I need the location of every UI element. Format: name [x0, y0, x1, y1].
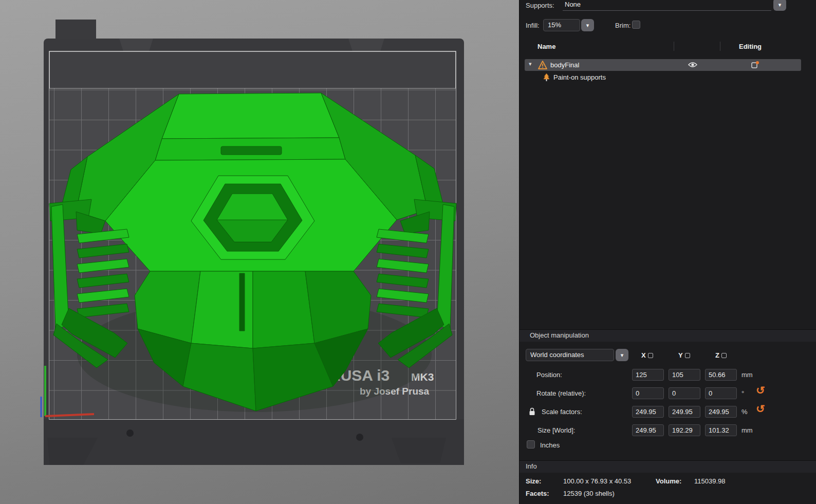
info-section-strip	[520, 460, 816, 473]
coordinates-dropdown[interactable]: World coordinates	[526, 349, 614, 361]
info-section-title: Info	[526, 462, 537, 470]
position-unit: mm	[741, 371, 753, 379]
axis-header-y: Y	[678, 351, 690, 359]
name-column-header: Name	[537, 43, 555, 50]
column-separator	[674, 42, 674, 51]
rotate-z-field[interactable]	[705, 387, 737, 399]
inches-checkbox[interactable]	[527, 440, 535, 449]
scale-reset-icon[interactable]: ↺	[756, 404, 765, 414]
scene-canvas: RUSA i3 MK3 by Josef Prusa	[0, 0, 519, 504]
info-facets-value: 12539 (30 shells)	[563, 490, 615, 497]
editing-icon[interactable]	[751, 61, 759, 69]
scale-label: Scale factors:	[542, 408, 582, 416]
3d-viewport[interactable]: RUSA i3 MK3 by Josef Prusa	[0, 0, 519, 504]
info-size-label: Size:	[526, 477, 541, 485]
brim-checkbox[interactable]	[632, 21, 640, 29]
axis-y-icon	[685, 353, 690, 358]
object-name: bodyFinal	[550, 61, 579, 69]
warning-icon	[538, 61, 547, 69]
supports-dropdown-chevron-icon[interactable]: ▾	[773, 0, 786, 11]
position-x-field[interactable]	[632, 369, 664, 381]
rotate-y-field[interactable]	[669, 387, 700, 399]
manipulation-section-title: Object manipulation	[530, 331, 589, 339]
paint-on-supports-icon	[542, 73, 551, 82]
position-y-field[interactable]	[669, 369, 700, 381]
position-label: Position:	[536, 371, 562, 379]
axis-y-label: Y	[678, 351, 683, 359]
info-volume-value: 115039.98	[694, 477, 726, 485]
eye-visibility-icon[interactable]	[688, 61, 697, 68]
scale-x-field[interactable]	[632, 406, 664, 418]
rotate-unit: °	[741, 389, 744, 397]
brim-label: Brim:	[615, 22, 630, 29]
object-row-bodyfinal[interactable]: ▾ bodyFinal	[525, 59, 801, 71]
axis-x-icon	[648, 353, 653, 358]
scale-unit: %	[741, 408, 748, 416]
info-size-value: 100.00 x 76.93 x 40.53	[563, 477, 631, 485]
infill-dropdown[interactable]: 15%	[543, 19, 580, 31]
size-z-field[interactable]	[705, 424, 737, 436]
size-unit: mm	[741, 426, 753, 434]
axis-header-z: Z	[715, 351, 727, 359]
scale-y-field[interactable]	[669, 406, 700, 418]
axis-header-x: X	[641, 351, 653, 359]
size-world-label: Size [World]:	[537, 426, 575, 434]
rotate-x-field[interactable]	[632, 387, 664, 399]
supports-dropdown[interactable]: None	[565, 1, 581, 8]
position-z-field[interactable]	[705, 369, 737, 381]
editing-column-header: Editing	[739, 43, 762, 50]
supports-dropdown-underline	[563, 10, 771, 11]
scale-z-field[interactable]	[705, 406, 737, 418]
tree-expander-icon[interactable]: ▾	[529, 61, 532, 67]
size-x-field[interactable]	[632, 424, 664, 436]
rotate-reset-icon[interactable]: ↺	[756, 385, 765, 396]
column-separator	[720, 42, 720, 51]
axis-z-icon	[721, 353, 727, 358]
info-volume-label: Volume:	[656, 477, 681, 485]
info-facets-label: Facets:	[526, 490, 549, 497]
supports-label: Supports:	[526, 2, 554, 9]
inches-label: Inches	[540, 441, 560, 449]
size-y-field[interactable]	[669, 424, 700, 436]
infill-dropdown-chevron-icon[interactable]: ▾	[581, 19, 594, 31]
sub-item-label: Paint-on supports	[553, 73, 606, 81]
object-row-paint-on-supports[interactable]: Paint-on supports	[525, 72, 801, 83]
rotate-label: Rotate (relative):	[536, 389, 586, 397]
infill-label: Infill:	[526, 22, 540, 29]
axis-x-label: X	[641, 351, 646, 359]
axis-z-label: Z	[715, 351, 719, 359]
scale-lock-icon[interactable]	[529, 407, 535, 416]
coordinates-dropdown-chevron-icon[interactable]: ▾	[616, 349, 628, 361]
settings-panel: Supports: None ▾ Infill: 15% ▾ Brim: Nam…	[519, 0, 816, 504]
